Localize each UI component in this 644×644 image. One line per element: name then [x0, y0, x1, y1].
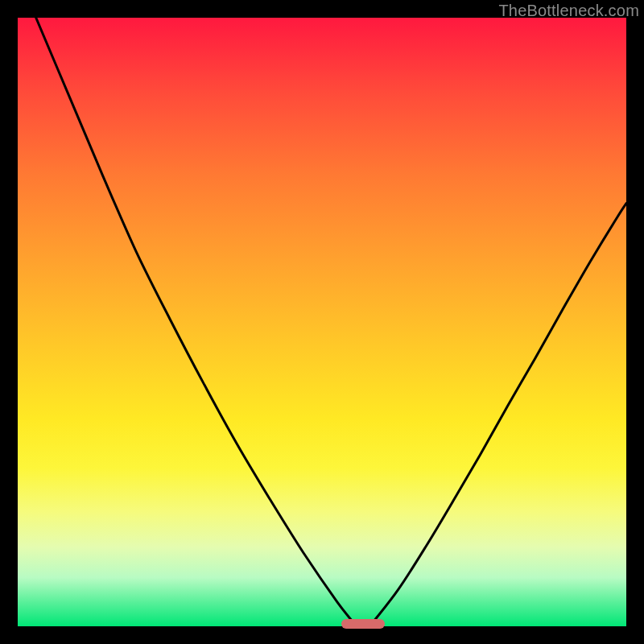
curve-path: [36, 18, 626, 625]
plot-area: [18, 18, 626, 626]
minimum-marker: [341, 619, 385, 629]
chart-frame: TheBottleneck.com: [0, 0, 644, 644]
bottleneck-curve: [18, 18, 626, 626]
watermark-text: TheBottleneck.com: [498, 2, 639, 20]
